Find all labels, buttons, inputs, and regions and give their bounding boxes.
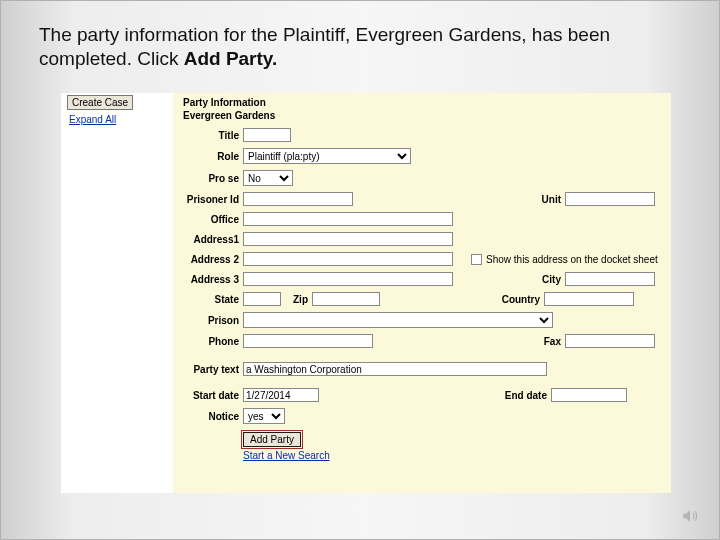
address2-field[interactable] [243,252,453,266]
end-date-field[interactable] [551,388,627,402]
label-unit: Unit [517,194,565,205]
label-party-text: Party text [183,364,243,375]
unit-field[interactable] [565,192,655,206]
heading-line1: Party Information [183,97,661,110]
city-field[interactable] [565,272,655,286]
audio-icon [679,507,701,525]
label-phone: Phone [183,336,243,347]
office-field[interactable] [243,212,453,226]
label-title: Title [183,130,243,141]
zip-field[interactable] [312,292,380,306]
create-case-button[interactable]: Create Case [67,95,133,110]
caption-bold: Add Party. [184,48,278,69]
label-prose: Pro se [183,173,243,184]
app-frame: Create Case Expand All Party Information… [61,93,671,493]
title-field[interactable] [243,128,291,142]
party-text-field[interactable] [243,362,547,376]
caption-text: The party information for the Plaintiff,… [39,24,610,69]
prisoner-id-field[interactable] [243,192,353,206]
prose-select[interactable]: No [243,170,293,186]
label-role: Role [183,151,243,162]
sidebar: Create Case Expand All [61,93,173,493]
label-fax: Fax [517,336,565,347]
country-field[interactable] [544,292,634,306]
start-date-field[interactable] [243,388,319,402]
label-end-date: End date [503,390,551,401]
address1-field[interactable] [243,232,453,246]
label-city: City [517,274,565,285]
fax-field[interactable] [565,334,655,348]
expand-all-link[interactable]: Expand All [69,114,173,125]
add-party-button[interactable]: Add Party [243,432,301,447]
heading-line2: Evergreen Gardens [183,110,661,123]
party-form: Party Information Evergreen Gardens Titl… [173,93,671,493]
form-heading: Party Information Evergreen Gardens [183,97,661,122]
label-prisoner-id: Prisoner Id [183,194,243,205]
label-office: Office [183,214,243,225]
label-address3: Address 3 [183,274,243,285]
label-address1: Address1 [183,234,243,245]
prison-select[interactable] [243,312,553,328]
label-notice: Notice [183,411,243,422]
phone-field[interactable] [243,334,373,348]
label-state: State [183,294,243,305]
label-start-date: Start date [183,390,243,401]
start-new-search-link[interactable]: Start a New Search [243,450,330,461]
show-docket-checkbox[interactable] [471,254,482,265]
state-field[interactable] [243,292,281,306]
instruction-caption: The party information for the Plaintiff,… [39,23,679,71]
label-address2: Address 2 [183,254,243,265]
address3-field[interactable] [243,272,453,286]
label-zip: Zip [293,294,312,305]
notice-select[interactable]: yes [243,408,285,424]
role-select[interactable]: Plaintiff (pla:pty) [243,148,411,164]
label-country: Country [496,294,544,305]
label-show-docket: Show this address on the docket sheet [482,254,658,265]
label-prison: Prison [183,315,243,326]
